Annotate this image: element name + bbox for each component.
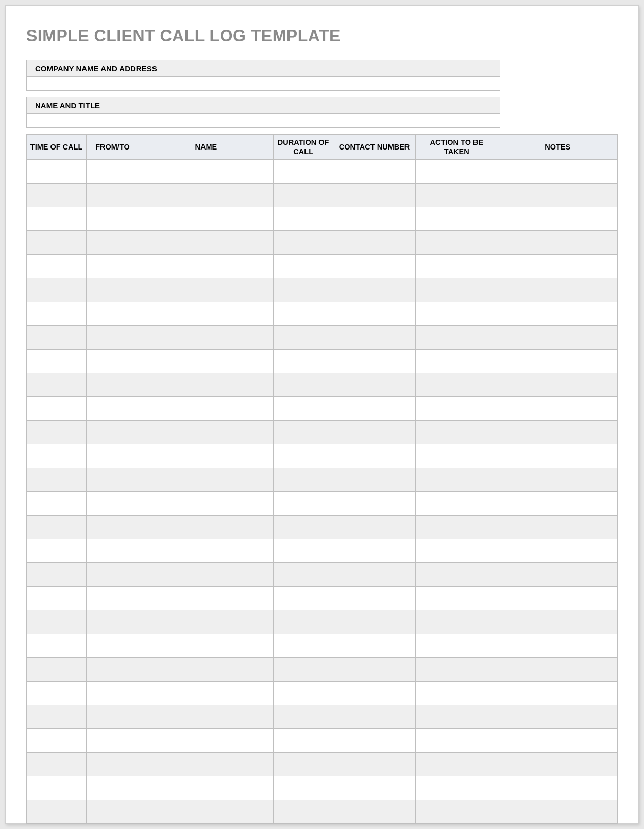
table-cell[interactable] bbox=[498, 231, 617, 255]
table-cell[interactable] bbox=[27, 350, 87, 373]
table-cell[interactable] bbox=[139, 516, 273, 539]
table-cell[interactable] bbox=[139, 255, 273, 278]
table-cell[interactable] bbox=[333, 468, 416, 492]
table-cell[interactable] bbox=[415, 350, 498, 373]
name-title-input[interactable] bbox=[27, 114, 500, 127]
table-cell[interactable] bbox=[415, 634, 498, 658]
table-cell[interactable] bbox=[498, 184, 617, 207]
table-cell[interactable] bbox=[333, 184, 416, 207]
table-cell[interactable] bbox=[87, 421, 139, 444]
table-cell[interactable] bbox=[87, 563, 139, 587]
table-cell[interactable] bbox=[139, 610, 273, 634]
table-cell[interactable] bbox=[27, 184, 87, 207]
table-cell[interactable] bbox=[498, 350, 617, 373]
table-cell[interactable] bbox=[274, 705, 333, 729]
table-cell[interactable] bbox=[333, 492, 416, 516]
table-cell[interactable] bbox=[274, 492, 333, 516]
table-cell[interactable] bbox=[333, 563, 416, 587]
table-cell[interactable] bbox=[333, 278, 416, 302]
table-cell[interactable] bbox=[139, 682, 273, 705]
table-cell[interactable] bbox=[27, 492, 87, 516]
table-cell[interactable] bbox=[87, 184, 139, 207]
table-cell[interactable] bbox=[274, 231, 333, 255]
table-cell[interactable] bbox=[87, 776, 139, 800]
table-cell[interactable] bbox=[274, 326, 333, 350]
table-cell[interactable] bbox=[139, 160, 273, 184]
table-cell[interactable] bbox=[333, 705, 416, 729]
table-cell[interactable] bbox=[498, 516, 617, 539]
table-cell[interactable] bbox=[498, 444, 617, 468]
table-cell[interactable] bbox=[87, 705, 139, 729]
table-cell[interactable] bbox=[274, 729, 333, 753]
table-cell[interactable] bbox=[27, 468, 87, 492]
table-cell[interactable] bbox=[139, 326, 273, 350]
table-cell[interactable] bbox=[27, 587, 87, 610]
table-cell[interactable] bbox=[498, 753, 617, 776]
table-cell[interactable] bbox=[333, 373, 416, 397]
table-cell[interactable] bbox=[27, 610, 87, 634]
table-cell[interactable] bbox=[498, 610, 617, 634]
table-cell[interactable] bbox=[333, 682, 416, 705]
table-cell[interactable] bbox=[333, 160, 416, 184]
table-cell[interactable] bbox=[415, 800, 498, 824]
table-cell[interactable] bbox=[87, 302, 139, 326]
table-cell[interactable] bbox=[415, 468, 498, 492]
table-cell[interactable] bbox=[274, 539, 333, 563]
table-cell[interactable] bbox=[415, 207, 498, 231]
table-cell[interactable] bbox=[87, 658, 139, 682]
table-cell[interactable] bbox=[87, 350, 139, 373]
table-cell[interactable] bbox=[333, 207, 416, 231]
table-cell[interactable] bbox=[139, 231, 273, 255]
table-cell[interactable] bbox=[139, 350, 273, 373]
table-cell[interactable] bbox=[415, 610, 498, 634]
table-cell[interactable] bbox=[333, 634, 416, 658]
table-cell[interactable] bbox=[274, 753, 333, 776]
table-cell[interactable] bbox=[87, 444, 139, 468]
table-cell[interactable] bbox=[139, 397, 273, 421]
table-cell[interactable] bbox=[27, 231, 87, 255]
table-cell[interactable] bbox=[498, 302, 617, 326]
table-cell[interactable] bbox=[274, 800, 333, 824]
table-cell[interactable] bbox=[139, 184, 273, 207]
table-cell[interactable] bbox=[274, 682, 333, 705]
table-cell[interactable] bbox=[139, 563, 273, 587]
table-cell[interactable] bbox=[27, 326, 87, 350]
table-cell[interactable] bbox=[274, 444, 333, 468]
table-cell[interactable] bbox=[274, 302, 333, 326]
table-cell[interactable] bbox=[139, 421, 273, 444]
table-cell[interactable] bbox=[333, 421, 416, 444]
table-cell[interactable] bbox=[139, 539, 273, 563]
table-cell[interactable] bbox=[274, 610, 333, 634]
table-cell[interactable] bbox=[139, 705, 273, 729]
table-cell[interactable] bbox=[27, 563, 87, 587]
table-cell[interactable] bbox=[274, 634, 333, 658]
table-cell[interactable] bbox=[274, 278, 333, 302]
table-cell[interactable] bbox=[498, 468, 617, 492]
table-cell[interactable] bbox=[498, 160, 617, 184]
table-cell[interactable] bbox=[498, 729, 617, 753]
table-cell[interactable] bbox=[27, 634, 87, 658]
table-cell[interactable] bbox=[139, 278, 273, 302]
table-cell[interactable] bbox=[415, 278, 498, 302]
table-cell[interactable] bbox=[415, 421, 498, 444]
table-cell[interactable] bbox=[415, 729, 498, 753]
table-cell[interactable] bbox=[498, 397, 617, 421]
table-cell[interactable] bbox=[498, 539, 617, 563]
table-cell[interactable] bbox=[415, 658, 498, 682]
table-cell[interactable] bbox=[498, 800, 617, 824]
table-cell[interactable] bbox=[87, 800, 139, 824]
table-cell[interactable] bbox=[333, 776, 416, 800]
table-cell[interactable] bbox=[27, 800, 87, 824]
table-cell[interactable] bbox=[274, 373, 333, 397]
table-cell[interactable] bbox=[87, 207, 139, 231]
table-cell[interactable] bbox=[415, 184, 498, 207]
table-cell[interactable] bbox=[415, 587, 498, 610]
table-cell[interactable] bbox=[498, 563, 617, 587]
table-cell[interactable] bbox=[27, 397, 87, 421]
table-cell[interactable] bbox=[333, 539, 416, 563]
table-cell[interactable] bbox=[139, 207, 273, 231]
table-cell[interactable] bbox=[498, 705, 617, 729]
table-cell[interactable] bbox=[498, 255, 617, 278]
table-cell[interactable] bbox=[87, 326, 139, 350]
table-cell[interactable] bbox=[87, 516, 139, 539]
